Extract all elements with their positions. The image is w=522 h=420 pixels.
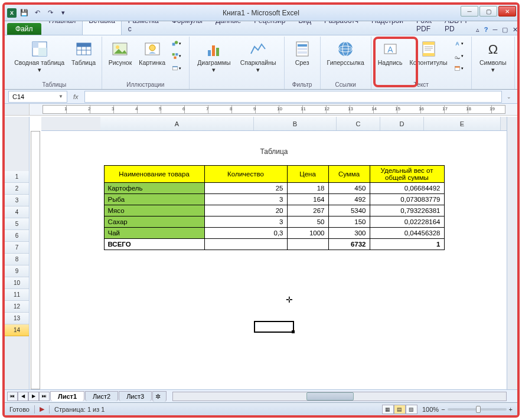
table-cell[interactable]: 0,02228164 xyxy=(370,216,444,228)
doc-restore-icon[interactable]: ▢ xyxy=(501,25,509,35)
row-header-13[interactable]: 13 xyxy=(5,313,29,324)
table-cell[interactable]: Мясо xyxy=(104,205,204,216)
row-header-5[interactable]: 5 xyxy=(5,218,29,230)
headerfooter-button[interactable]: Колонтитулы xyxy=(407,38,451,68)
hyperlink-button[interactable]: Гиперссылка xyxy=(324,38,367,68)
close-button[interactable]: ✕ xyxy=(498,6,516,17)
clipart-button[interactable]: Картинка xyxy=(136,38,168,68)
zoom-slider[interactable] xyxy=(448,408,507,411)
picture-button[interactable]: Рисунок xyxy=(106,38,135,68)
doc-close-icon[interactable]: ✕ xyxy=(511,25,519,35)
doc-minimize-icon[interactable]: ─ xyxy=(492,25,499,35)
sheet-tab-Лист2[interactable]: Лист2 xyxy=(85,391,118,401)
row-header-10[interactable]: 10 xyxy=(5,277,29,289)
table-cell[interactable]: 3 xyxy=(204,194,287,205)
zoom-out-icon[interactable]: − xyxy=(441,406,445,413)
col-header-A[interactable]: A xyxy=(100,117,254,130)
row-header-9[interactable]: 9 xyxy=(5,265,29,277)
table-cell[interactable]: 0,04456328 xyxy=(370,228,444,239)
zoom-in-icon[interactable]: + xyxy=(509,406,513,413)
vertical-scrollbar[interactable] xyxy=(507,117,517,389)
page-break-view-icon[interactable]: ▧ xyxy=(406,405,417,414)
formula-input[interactable] xyxy=(84,91,502,103)
table-header[interactable]: Цена xyxy=(287,166,328,183)
table-cell[interactable]: Картофель xyxy=(104,183,204,194)
minimize-button[interactable]: ─ xyxy=(461,6,478,17)
row-header-7[interactable]: 7 xyxy=(5,242,29,254)
sparkline-button[interactable]: Спарклайны ▾ xyxy=(236,38,280,75)
table-cell[interactable]: 164 xyxy=(287,194,328,205)
row-header-2[interactable]: 2 xyxy=(5,183,29,195)
col-header-C[interactable]: C xyxy=(337,117,380,130)
table-cell[interactable]: 3 xyxy=(204,216,287,228)
table-cell[interactable]: 0,06684492 xyxy=(370,183,444,194)
redo-icon[interactable]: ↷ xyxy=(45,8,56,18)
pivot-button[interactable]: Сводная таблица ▾ xyxy=(11,38,68,75)
row-header-4[interactable]: 4 xyxy=(5,206,29,218)
sigline-button[interactable]: ▾ xyxy=(452,50,468,62)
table-total-cell[interactable] xyxy=(287,239,328,250)
table-cell[interactable]: 267 xyxy=(287,205,328,216)
textbox-button[interactable]: AНадпись xyxy=(375,38,406,68)
horizontal-scrollbar[interactable] xyxy=(172,392,507,401)
sheet-nav-prev-icon[interactable]: ◀ xyxy=(18,392,28,401)
table-cell[interactable]: Сахар xyxy=(104,216,204,228)
table-total-cell[interactable]: 6732 xyxy=(328,239,370,250)
row-header-8[interactable]: 8 xyxy=(5,254,29,265)
table-cell[interactable]: 150 xyxy=(328,216,370,228)
zoom-level[interactable]: 100% xyxy=(422,406,439,413)
qat-dropdown-icon[interactable]: ▾ xyxy=(58,8,68,18)
row-headers[interactable]: 1234567891011121314 xyxy=(5,117,30,389)
expand-formula-icon[interactable]: ⌄ xyxy=(504,94,514,100)
sheet-tab-Лист3[interactable]: Лист3 xyxy=(119,391,152,401)
page-header-text[interactable]: Таблица xyxy=(65,143,483,165)
table-header[interactable]: Сумма xyxy=(328,166,370,183)
smartart-button[interactable]: ▾ xyxy=(169,50,185,62)
wordart-button[interactable]: A▾ xyxy=(452,38,468,50)
help-icon[interactable]: ? xyxy=(483,25,490,35)
table-cell[interactable]: 0,3 xyxy=(204,228,287,239)
fx-icon[interactable]: fx xyxy=(70,93,82,100)
screenshot-button[interactable]: ▾ xyxy=(169,63,185,74)
symbol-button[interactable]: ΩСимволы ▾ xyxy=(475,38,511,75)
normal-view-icon[interactable]: ▦ xyxy=(382,405,394,414)
table-cell[interactable]: 492 xyxy=(328,194,370,205)
table-total-cell[interactable]: 1 xyxy=(370,239,444,250)
table-cell[interactable]: 25 xyxy=(204,183,287,194)
sheet-nav-next-icon[interactable]: ▶ xyxy=(28,392,39,401)
table-cell[interactable]: 300 xyxy=(328,228,370,239)
table-total-cell[interactable]: ВСЕГО xyxy=(104,239,204,250)
maximize-button[interactable]: ▢ xyxy=(479,6,497,17)
name-box[interactable]: C14▼ xyxy=(8,91,67,103)
row-header-1[interactable]: 1 xyxy=(5,171,29,183)
column-headers[interactable]: ABCDE xyxy=(41,117,507,131)
table-cell[interactable]: 5340 xyxy=(328,205,370,216)
sheet-nav-last-icon[interactable]: ⏭ xyxy=(39,392,50,401)
table-cell[interactable]: 18 xyxy=(287,183,328,194)
table-cell[interactable]: Чай xyxy=(104,228,204,239)
save-icon[interactable]: 💾 xyxy=(19,8,30,18)
row-header-14[interactable]: 14 xyxy=(5,324,29,336)
file-tab[interactable]: Файл xyxy=(7,23,41,35)
shapes-button[interactable]: ▾ xyxy=(169,38,185,50)
table-cell[interactable]: Рыба xyxy=(104,194,204,205)
undo-icon[interactable]: ↶ xyxy=(32,8,43,18)
page-layout-view-icon[interactable]: ▤ xyxy=(394,405,406,414)
slicer-button[interactable]: Срез xyxy=(288,38,317,68)
table-total-cell[interactable] xyxy=(204,239,287,250)
table-cell[interactable]: 20 xyxy=(204,205,287,216)
table-header[interactable]: Наименование товара xyxy=(104,166,204,183)
sheet-nav-first-icon[interactable]: ⏮ xyxy=(7,392,18,401)
new-sheet-button[interactable]: ✲ xyxy=(152,391,167,402)
table-cell[interactable]: 450 xyxy=(328,183,370,194)
table-button[interactable]: Таблица xyxy=(69,38,97,68)
chart-button[interactable]: Диаграммы ▾ xyxy=(193,38,235,75)
row-header-3[interactable]: 3 xyxy=(5,195,29,206)
object-button[interactable]: ▾ xyxy=(452,63,468,74)
table-cell[interactable]: 0,793226381 xyxy=(370,205,444,216)
table-header[interactable]: Количество xyxy=(204,166,287,183)
col-header-B[interactable]: B xyxy=(254,117,337,130)
table-cell[interactable]: 1000 xyxy=(287,228,328,239)
minimize-ribbon-icon[interactable]: ▵ xyxy=(475,25,481,35)
row-header-6[interactable]: 6 xyxy=(5,230,29,242)
